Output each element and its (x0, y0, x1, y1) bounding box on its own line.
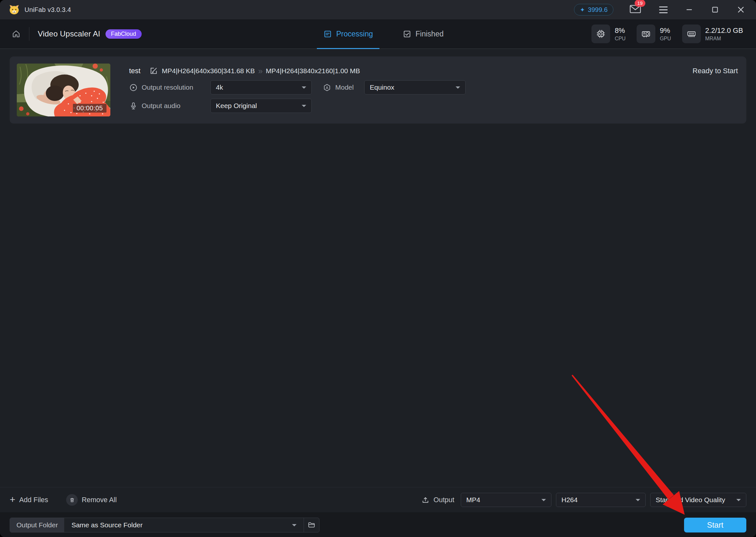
tab-finished-label: Finished (416, 30, 444, 38)
output-audio-label: Output audio (142, 102, 210, 110)
cpu-value: 8% (615, 26, 626, 35)
remove-all-button[interactable]: Remove All (66, 494, 117, 506)
model-select[interactable]: Equinox (364, 80, 466, 95)
trash-icon (66, 494, 78, 506)
finished-check-icon (403, 30, 411, 38)
chevron-down-icon (302, 86, 306, 91)
mram-stat: 2.2/12.0 GB MRAM (682, 24, 743, 43)
microphone-icon (129, 102, 138, 110)
app-window: UniFab v3.0.3.4 ✦ 3999.6 19 (0, 0, 756, 537)
rename-edit-icon[interactable] (149, 67, 158, 75)
chevron-down-icon (736, 499, 741, 504)
resolution-model-row: Output resolution 4k Model Equinox (129, 80, 738, 95)
tab-processing-label: Processing (336, 30, 373, 38)
chevron-down-icon (456, 86, 460, 91)
close-button[interactable] (736, 6, 745, 14)
mram-label: MRAM (705, 36, 743, 42)
resolution-play-icon (129, 83, 138, 92)
mail-button[interactable]: 19 (630, 5, 641, 15)
tab-finished[interactable]: Finished (403, 20, 444, 48)
add-files-label: Add Files (20, 496, 48, 504)
export-upload-icon (421, 496, 430, 504)
mram-value: 2.2/12.0 GB (705, 26, 743, 35)
page-title: Video Upscaler AI (38, 29, 100, 38)
file-task-card: 00:00:05 test MP4|H264|640x360|341.68 KB… (10, 57, 746, 124)
tab-bar: Processing Finished (323, 20, 444, 48)
output-format-select[interactable]: MP4 (461, 493, 551, 507)
menu-button[interactable] (659, 7, 668, 13)
gpu-icon (637, 24, 655, 43)
chevron-down-icon (302, 105, 306, 109)
output-codec-value: H264 (562, 496, 577, 504)
chevron-down-icon (292, 524, 297, 529)
output-codec-select[interactable]: H264 (556, 493, 646, 507)
file-meta-row: test MP4|H264|640x360|341.68 KB » MP4|H2… (129, 66, 738, 76)
target-spec: MP4|H264|3840x2160|1.00 MB (266, 67, 360, 75)
start-button[interactable]: Start (684, 517, 746, 532)
output-folder-select[interactable]: Same as Source Folder (64, 518, 304, 532)
header-divider (29, 27, 29, 41)
sparkle-icon: ✦ (580, 7, 585, 13)
add-files-button[interactable]: + Add Files (10, 495, 48, 505)
bottom-bar: Output Folder Same as Source Folder Star… (0, 513, 756, 537)
video-duration-badge: 00:00:05 (73, 104, 106, 112)
minimize-button[interactable] (685, 6, 693, 14)
burger-line (659, 7, 668, 7)
output-folder-label: Output Folder (10, 518, 64, 532)
chevron-down-icon (636, 499, 640, 504)
cpu-label: CPU (615, 36, 626, 42)
mail-unread-badge: 19 (635, 0, 645, 7)
fabcloud-badge: FabCloud (105, 29, 142, 39)
output-quality-select[interactable]: Standard Video Quality (650, 493, 746, 507)
main-content: 00:00:05 test MP4|H264|640x360|341.68 KB… (0, 49, 756, 487)
convert-arrow-icon: » (258, 67, 263, 75)
remove-all-label: Remove All (82, 496, 117, 504)
ram-icon (682, 24, 701, 43)
chevron-down-icon (541, 499, 546, 504)
output-folder-group: Output Folder Same as Source Folder (10, 517, 319, 532)
output-audio-select[interactable]: Keep Original (210, 99, 312, 113)
output-resolution-value: 4k (216, 84, 223, 91)
status-text: Ready to Start (693, 67, 738, 75)
header: Video Upscaler AI FabCloud Processing (0, 20, 756, 49)
credits-value: 3999.6 (588, 6, 608, 14)
app-title: UniFab v3.0.3.4 (24, 6, 71, 14)
maximize-button[interactable] (711, 6, 719, 14)
output-format-value: MP4 (466, 496, 480, 504)
credits-pill[interactable]: ✦ 3999.6 (574, 4, 613, 16)
output-quality-value: Standard Video Quality (656, 496, 725, 504)
plus-icon: + (10, 495, 16, 504)
start-button-label: Start (707, 520, 723, 530)
gpu-stat: 9% GPU (637, 24, 671, 43)
file-name: test (129, 67, 140, 75)
tab-processing[interactable]: Processing (323, 20, 373, 48)
app-logo-cat-icon (8, 4, 20, 16)
output-audio-value: Keep Original (216, 102, 257, 110)
burger-line (659, 9, 668, 10)
home-button[interactable] (12, 29, 21, 38)
model-hexagon-icon (323, 83, 331, 92)
bottom-toolbar: + Add Files Remove All (0, 487, 756, 513)
file-info: test MP4|H264|640x360|341.68 KB » MP4|H2… (129, 63, 738, 116)
cpu-icon (591, 24, 610, 43)
processing-queue-icon (323, 30, 332, 38)
audio-row: Output audio Keep Original (129, 99, 738, 113)
output-resolution-label: Output resolution (142, 84, 210, 91)
browse-folder-button[interactable] (304, 518, 319, 532)
output-folder-value: Same as Source Folder (71, 521, 143, 529)
gpu-label: GPU (660, 36, 671, 42)
model-value: Equinox (370, 84, 394, 91)
output-resolution-select[interactable]: 4k (210, 80, 312, 95)
output-label: Output (433, 496, 454, 504)
cpu-stat: 8% CPU (591, 24, 626, 43)
resource-stats: 8% CPU 9% GPU (591, 24, 756, 43)
model-label: Model (335, 84, 364, 91)
source-spec: MP4|H264|640x360|341.68 KB (162, 67, 255, 75)
titlebar: UniFab v3.0.3.4 ✦ 3999.6 19 (0, 0, 756, 20)
burger-line (659, 12, 668, 13)
output-settings-group: Output MP4 H264 Standard Video Quality (421, 493, 746, 507)
video-thumbnail: 00:00:05 (17, 63, 110, 116)
gpu-value: 9% (660, 26, 671, 35)
